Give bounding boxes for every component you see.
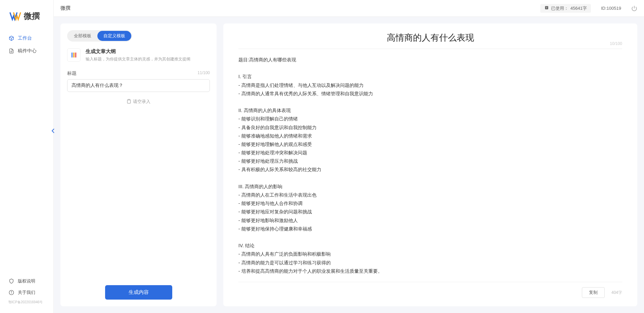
header-right: T 已使用： 45641字 ID:100519: [540, 4, 637, 13]
logo-text: 微撰: [24, 11, 40, 21]
sidebar-bottom: 版权说明 关于我们 鄂ICP备2022016946号: [0, 275, 53, 313]
shield-icon: [8, 278, 14, 284]
content: 全部模板 自定义模板 生成文章大纲 输入标题，为你提供文章主体的灵感，并为其创建…: [54, 17, 644, 313]
logo[interactable]: 微撰: [0, 10, 53, 32]
sidebar-item-workspace[interactable]: 工作台: [0, 32, 53, 45]
word-count: 404字: [611, 290, 622, 296]
power-icon[interactable]: [631, 5, 637, 11]
usage-value: 45641字: [570, 5, 587, 11]
field-label: 标题: [67, 70, 77, 76]
sidebar-item-docs[interactable]: 稿件中心: [0, 45, 53, 57]
template-title: 生成文章大纲: [86, 48, 190, 55]
sidebar-item-label: 关于我们: [18, 290, 35, 296]
cube-icon: [8, 35, 14, 41]
sidebar: 微撰 工作台 稿件中心 版权说明 关于我们 鄂ICP备2: [0, 0, 54, 313]
output-body[interactable]: 题目:高情商的人有哪些表现 I. 引言 - 高情商是指人们处理情绪、与他人互动以…: [238, 56, 622, 282]
svg-rect-5: [128, 99, 130, 100]
logo-icon: [9, 10, 21, 22]
output-title-row: 高情商的人有什么表现 10/100: [238, 32, 622, 49]
field-label-row: 标题 11/100: [67, 70, 210, 76]
sidebar-item-label: 工作台: [18, 35, 32, 41]
svg-point-2: [11, 292, 11, 292]
main: 微撰 T 已使用： 45641字 ID:100519 全部模板 自定义模板: [54, 0, 644, 313]
template-card: 生成文章大纲 输入标题，为你提供文章主体的灵感，并为其创建推文提纲: [67, 48, 210, 62]
svg-text:T: T: [546, 7, 548, 9]
sidebar-item-about[interactable]: 关于我们: [0, 287, 53, 298]
tab-custom-templates[interactable]: 自定义模板: [97, 31, 131, 41]
template-icon: [67, 48, 81, 62]
right-panel: 高情商的人有什么表现 10/100 题目:高情商的人有哪些表现 I. 引言 - …: [223, 23, 637, 306]
nav-items: 工作台 稿件中心: [0, 32, 53, 275]
copy-button[interactable]: 复制: [582, 287, 605, 298]
title-input[interactable]: [67, 79, 210, 92]
user-id: ID:100519: [601, 6, 621, 11]
collapse-handle[interactable]: [50, 127, 57, 134]
output-title-count: 10/100: [610, 41, 622, 46]
record-link[interactable]: 请空录入: [67, 99, 210, 105]
template-desc: 输入标题，为你提供文章主体的灵感，并为其创建推文提纲: [86, 56, 190, 62]
output-title: 高情商的人有什么表现: [238, 32, 622, 44]
output-footer: 复制 404字: [238, 282, 622, 298]
sidebar-item-copyright[interactable]: 版权说明: [0, 275, 53, 287]
usage-prefix: 已使用：: [551, 5, 568, 11]
left-panel: 全部模板 自定义模板 生成文章大纲 输入标题，为你提供文章主体的灵感，并为其创建…: [60, 23, 217, 306]
generate-button[interactable]: 生成内容: [105, 285, 172, 300]
field-count: 11/100: [197, 70, 210, 76]
template-info: 生成文章大纲 输入标题，为你提供文章主体的灵感，并为其创建推文提纲: [86, 48, 190, 62]
header: 微撰 T 已使用： 45641字 ID:100519: [54, 0, 644, 17]
clipboard-icon: [127, 99, 131, 105]
sidebar-item-label: 稿件中心: [18, 48, 37, 54]
info-icon: [8, 290, 14, 296]
tab-all-templates[interactable]: 全部模板: [68, 31, 97, 41]
sidebar-item-label: 版权说明: [18, 278, 35, 284]
record-text: 请空录入: [133, 99, 150, 105]
text-icon: T: [544, 5, 549, 11]
document-icon: [8, 48, 14, 54]
usage-badge[interactable]: T 已使用： 45641字: [540, 4, 591, 13]
header-title: 微撰: [60, 5, 71, 11]
icp-text: 鄂ICP备2022016946号: [0, 298, 53, 306]
tabs: 全部模板 自定义模板: [67, 30, 132, 42]
